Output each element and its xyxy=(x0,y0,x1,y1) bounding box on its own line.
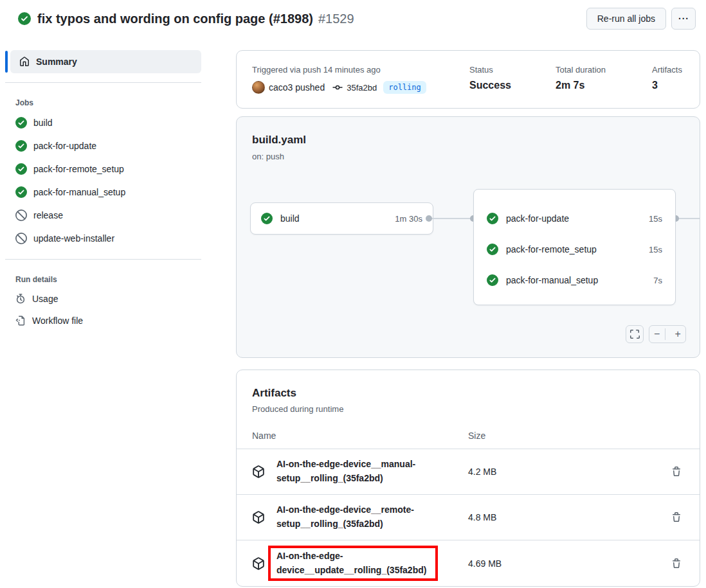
sidebar-job-pack-for-manual-setup[interactable]: pack-for-manual_setup xyxy=(5,181,201,204)
more-options-button[interactable]: ··· xyxy=(671,8,696,30)
summary-label: Summary xyxy=(36,57,77,67)
artifact-row: AI-on-the-edge-device__remote-setup__rol… xyxy=(237,494,700,540)
sidebar-divider xyxy=(5,82,201,83)
package-icon xyxy=(252,511,276,524)
job-duration: 15s xyxy=(649,245,662,254)
rerun-all-jobs-button[interactable]: Re-run all jobs xyxy=(586,8,666,30)
check-circle-icon xyxy=(15,140,27,152)
artifacts-card: Artifacts Produced during runtime Name S… xyxy=(236,370,700,587)
check-circle-icon xyxy=(15,117,27,129)
sidebar-item-usage[interactable]: Usage xyxy=(5,288,201,310)
delete-artifact-button[interactable] xyxy=(669,510,684,525)
sidebar-job-pack-for-remote-setup[interactable]: pack-for-remote_setup xyxy=(5,157,201,181)
jobs-section-header: Jobs xyxy=(15,98,201,107)
sidebar: Summary Jobs build pack-for-update pack-… xyxy=(5,50,201,332)
job-label: update-web-installer xyxy=(33,233,114,244)
stopwatch-icon xyxy=(15,294,26,304)
graph-connector-line xyxy=(431,218,471,219)
actor-pushed-text[interactable]: caco3 pushed xyxy=(269,82,325,93)
zoom-controls: − + xyxy=(649,325,686,343)
column-header-name: Name xyxy=(252,431,468,441)
delete-artifact-button[interactable] xyxy=(669,464,684,479)
job-label: pack-for-remote_setup xyxy=(506,244,597,254)
run-title: fix typos and wording on config page (#1… xyxy=(37,12,313,26)
run-summary-card: Triggered via push 14 minutes ago caco3 … xyxy=(236,50,700,109)
sidebar-job-update-web-installer[interactable]: update-web-installer xyxy=(5,227,201,250)
graph-node-pack-for-remote-setup[interactable]: pack-for-remote_setup 15s xyxy=(474,234,675,265)
commit-icon xyxy=(332,82,343,93)
branch-badge[interactable]: rolling xyxy=(383,81,426,94)
check-circle-icon xyxy=(487,244,498,255)
artifact-size: 4.2 MB xyxy=(468,467,669,477)
sidebar-divider xyxy=(5,259,201,260)
check-circle-icon xyxy=(261,213,273,224)
fullscreen-button[interactable] xyxy=(626,325,644,343)
graph-connector-dot xyxy=(426,215,432,222)
trash-icon xyxy=(671,558,682,569)
commit-sha-link[interactable]: 35fa2bd xyxy=(347,83,377,93)
graph-node-pack-for-update[interactable]: pack-for-update 15s xyxy=(474,203,675,234)
graph-job-group: pack-for-update 15s pack-for-remote_setu… xyxy=(473,189,676,305)
sidebar-job-release[interactable]: release xyxy=(5,204,201,227)
check-circle-icon xyxy=(487,274,498,286)
artifact-row: AI-on-the-edge-device__manual-setup__rol… xyxy=(237,449,700,494)
zoom-in-button[interactable]: + xyxy=(671,328,686,340)
job-label: pack-for-update xyxy=(506,213,569,224)
check-circle-icon xyxy=(15,186,27,198)
avatar[interactable] xyxy=(252,81,265,94)
artifact-size: 4.69 MB xyxy=(468,558,669,569)
duration-value: 2m 7s xyxy=(556,80,652,91)
skipped-icon xyxy=(15,233,27,244)
job-label: pack-for-manual_setup xyxy=(506,275,598,285)
artifacts-count-value: 3 xyxy=(652,80,682,91)
artifact-name-link[interactable]: AI-on-the-edge-device__manual-setup__rol… xyxy=(276,458,446,485)
graph-node-pack-for-manual-setup[interactable]: pack-for-manual_setup 7s xyxy=(474,265,675,296)
artifact-row-highlighted: AI-on-the-edge-device__update__rolling_(… xyxy=(237,540,700,586)
sidebar-item-workflow-file[interactable]: Workflow file xyxy=(5,310,201,332)
job-label: build xyxy=(280,213,300,224)
job-label: build xyxy=(33,118,53,128)
job-duration: 15s xyxy=(649,214,662,224)
workflow-graph-card: build.yaml on: push build 1m 30s pack-fo… xyxy=(236,116,700,358)
zoom-out-button[interactable]: − xyxy=(649,328,665,340)
check-circle-icon xyxy=(487,213,498,224)
artifact-name-link[interactable]: AI-on-the-edge-device__remote-setup__rol… xyxy=(276,503,446,531)
job-duration: 1m 30s xyxy=(395,214,422,224)
usage-label: Usage xyxy=(32,294,58,304)
sidebar-job-pack-for-update[interactable]: pack-for-update xyxy=(5,134,201,157)
run-details-section-header: Run details xyxy=(15,275,201,284)
triggered-text: Triggered via push 14 minutes ago xyxy=(252,65,469,75)
sidebar-job-build[interactable]: build xyxy=(5,111,201,134)
duration-label: Total duration xyxy=(556,65,652,75)
sidebar-item-summary[interactable]: Summary xyxy=(10,50,201,73)
graph-node-build[interactable]: build 1m 30s xyxy=(250,202,433,235)
run-header: fix typos and wording on config page (#1… xyxy=(0,0,706,39)
fullscreen-icon xyxy=(629,329,640,339)
graph-connector-line xyxy=(678,218,700,219)
code-file-icon xyxy=(15,316,26,326)
artifact-size: 4.8 MB xyxy=(468,512,669,522)
trash-icon xyxy=(671,512,682,522)
status-value: Success xyxy=(469,80,556,91)
workflow-file-label: Workflow file xyxy=(32,316,83,326)
skipped-icon xyxy=(15,209,27,221)
check-circle-icon xyxy=(15,163,27,175)
workflow-file-name: build.yaml xyxy=(252,134,684,147)
artifact-name-link-highlighted[interactable]: AI-on-the-edge-device__update__rolling_(… xyxy=(268,546,438,581)
run-success-icon xyxy=(18,12,31,25)
active-indicator xyxy=(5,51,8,73)
home-icon xyxy=(19,57,30,67)
artifacts-title: Artifacts xyxy=(252,387,684,400)
workflow-trigger: on: push xyxy=(252,152,684,161)
column-header-size: Size xyxy=(468,431,485,441)
trash-icon xyxy=(671,467,682,477)
run-number: #1529 xyxy=(318,12,354,26)
job-label: pack-for-remote_setup xyxy=(33,164,124,174)
delete-artifact-button[interactable] xyxy=(669,556,684,571)
job-label: pack-for-update xyxy=(33,141,96,151)
job-duration: 7s xyxy=(653,276,662,285)
status-label: Status xyxy=(469,65,556,75)
package-icon xyxy=(252,465,276,478)
artifacts-count-label: Artifacts xyxy=(652,65,682,75)
job-label: release xyxy=(33,210,63,220)
